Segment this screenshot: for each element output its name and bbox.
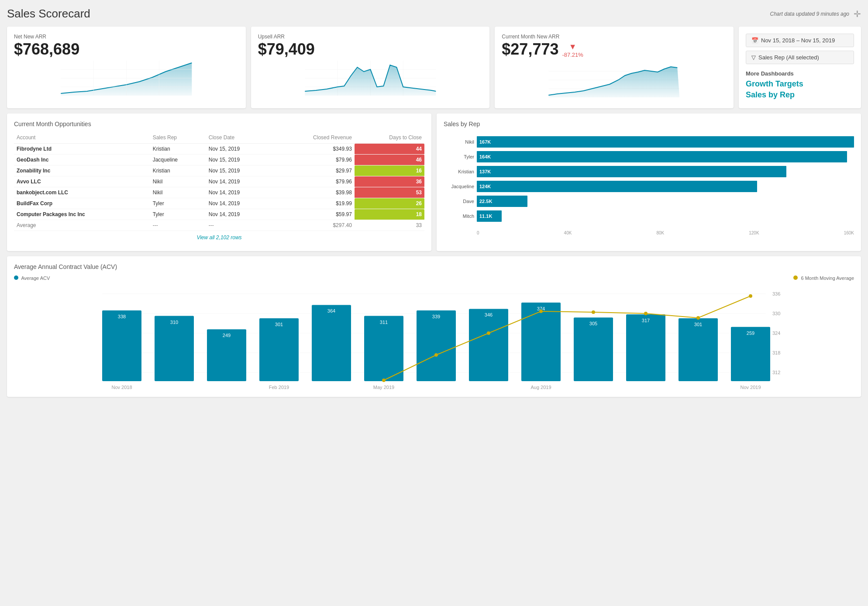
- svg-text:May 2019: May 2019: [373, 385, 394, 390]
- rep-bar-value: 11.1K: [479, 213, 492, 219]
- rep-name: Jacqueline: [444, 184, 474, 189]
- add-icon[interactable]: ✛: [854, 9, 861, 19]
- sales-rep-filter[interactable]: ▽ Sales Rep (All selected): [746, 51, 854, 64]
- table-row: Zonability Inc Kristian Nov 15, 2019 $29…: [14, 165, 424, 176]
- rep-bar-wrap: 167K: [477, 136, 854, 148]
- date-range-filter[interactable]: 📅 Nov 15, 2018 – Nov 15, 2019: [746, 34, 854, 47]
- legend-avg: Average ACV: [14, 275, 50, 281]
- svg-text:324: 324: [772, 331, 780, 336]
- avg-revenue: $297.40: [273, 220, 355, 231]
- svg-marker-17: [549, 67, 680, 97]
- row-date: Nov 15, 2019: [206, 144, 273, 155]
- row-revenue: $39.98: [273, 187, 355, 198]
- rep-row: Kristian 137K: [444, 166, 854, 177]
- date-range-label: Nov 15, 2018 – Nov 15, 2019: [761, 37, 835, 44]
- sales-by-rep-link[interactable]: Sales by Rep: [746, 90, 854, 100]
- sales-by-rep-card: Sales by Rep Nikil 167K Tyler 164K Krist…: [437, 114, 861, 251]
- net-new-arr-label: Net New ARR: [14, 34, 239, 40]
- col-days: Days to Close: [355, 133, 424, 144]
- update-info: Chart data updated 9 minutes ago: [770, 11, 849, 17]
- acv-chart-container: 336330324318312338Nov 2018310249301Feb 2…: [14, 285, 854, 390]
- table-row: BuildFax Corp Tyler Nov 14, 2019 $19.99 …: [14, 198, 424, 209]
- row-rep: Nikil: [150, 187, 206, 198]
- rep-row: Mitch 11.1K: [444, 210, 854, 222]
- rep-axis: 040K80K120K160K: [444, 231, 854, 235]
- svg-rect-43: [417, 310, 456, 381]
- rep-bar-value: 164K: [479, 154, 491, 159]
- rep-bar: 167K: [477, 136, 854, 148]
- svg-text:336: 336: [772, 291, 780, 296]
- rep-row: Dave 22.5K: [444, 196, 854, 207]
- row-date: Nov 15, 2019: [206, 165, 273, 176]
- page-title: Sales Scorecard: [7, 7, 90, 21]
- svg-text:346: 346: [485, 312, 493, 317]
- row-days: 18: [355, 209, 424, 220]
- rep-row: Nikil 167K: [444, 136, 854, 148]
- rep-bar-wrap: 137K: [477, 166, 854, 177]
- svg-point-66: [749, 294, 752, 298]
- row-revenue: $79.96: [273, 176, 355, 187]
- avg-acv-dot: [14, 275, 18, 280]
- rep-row: Jacqueline 124K: [444, 181, 854, 192]
- row-revenue: $19.99: [273, 198, 355, 209]
- axis-label: 40K: [564, 231, 572, 235]
- svg-rect-40: [364, 316, 403, 381]
- growth-targets-link[interactable]: Growth Targets: [746, 79, 854, 89]
- table-row: bankobject.com LLC Nikil Nov 14, 2019 $3…: [14, 187, 424, 198]
- axis-label: 160K: [844, 231, 854, 235]
- legend-moving-avg: 6 Month Moving Average: [793, 275, 854, 281]
- row-days: 44: [355, 144, 424, 155]
- col-sales-rep: Sales Rep: [150, 133, 206, 144]
- table-row: Avvo LLC Nikil Nov 14, 2019 $79.96 36: [14, 176, 424, 187]
- svg-point-63: [592, 310, 595, 314]
- acv-legend: Average ACV 6 Month Moving Average: [14, 275, 854, 281]
- current-month-arr-label: Current Month New ARR: [502, 34, 727, 40]
- svg-text:Nov 2019: Nov 2019: [740, 385, 761, 390]
- rep-chart: Nikil 167K Tyler 164K Kristian 137K Jacq…: [444, 133, 854, 229]
- current-month-arr-change: -87.21%: [562, 52, 583, 58]
- row-revenue: $29.97: [273, 165, 355, 176]
- moving-avg-dot: [793, 275, 798, 280]
- sales-by-rep-title: Sales by Rep: [444, 121, 854, 127]
- svg-text:312: 312: [772, 370, 780, 375]
- row-date: Nov 15, 2019: [206, 155, 273, 165]
- axis-label: 120K: [749, 231, 759, 235]
- table-row: Computer Packages Inc Inc Tyler Nov 14, …: [14, 209, 424, 220]
- opportunities-card: Current Month Opportunities Account Sale…: [7, 114, 431, 251]
- calendar-icon: 📅: [751, 37, 758, 44]
- col-account: Account: [14, 133, 150, 144]
- svg-text:317: 317: [642, 318, 650, 323]
- row-days: 26: [355, 198, 424, 209]
- rep-name: Kristian: [444, 169, 474, 174]
- sidebar-card: 📅 Nov 15, 2018 – Nov 15, 2019 ▽ Sales Re…: [739, 27, 861, 108]
- rep-name: Nikil: [444, 139, 474, 145]
- row-date: Nov 14, 2019: [206, 198, 273, 209]
- row-date: Nov 14, 2019: [206, 209, 273, 220]
- axis-label: 0: [477, 231, 479, 235]
- row-account: Fibrodyne Ltd: [14, 144, 150, 155]
- row-account: BuildFax Corp: [14, 198, 150, 209]
- svg-point-62: [539, 310, 543, 313]
- rep-bar: 11.1K: [477, 210, 502, 222]
- svg-point-61: [487, 331, 490, 335]
- row-rep: Tyler: [150, 198, 206, 209]
- upsell-arr-value: $79,409: [258, 41, 483, 57]
- rep-bar-value: 22.5K: [479, 199, 492, 204]
- svg-rect-47: [521, 303, 561, 381]
- svg-text:Feb 2019: Feb 2019: [269, 385, 289, 390]
- svg-text:311: 311: [380, 320, 388, 325]
- svg-text:301: 301: [275, 322, 283, 327]
- svg-text:318: 318: [772, 350, 780, 355]
- view-all-link[interactable]: View all 2,102 rows: [14, 231, 424, 244]
- svg-rect-45: [469, 309, 508, 381]
- acv-card: Average Annual Contract Value (ACV) Aver…: [7, 256, 861, 397]
- avg-acv-label: Average ACV: [21, 275, 50, 281]
- net-new-arr-chart: [14, 61, 239, 96]
- rep-bar-value: 124K: [479, 184, 491, 189]
- row-days: 46: [355, 155, 424, 165]
- svg-point-59: [382, 379, 386, 382]
- svg-rect-38: [312, 305, 351, 381]
- svg-text:305: 305: [589, 321, 597, 326]
- rep-bar-wrap: 22.5K: [477, 196, 854, 207]
- svg-text:Aug 2019: Aug 2019: [530, 385, 551, 390]
